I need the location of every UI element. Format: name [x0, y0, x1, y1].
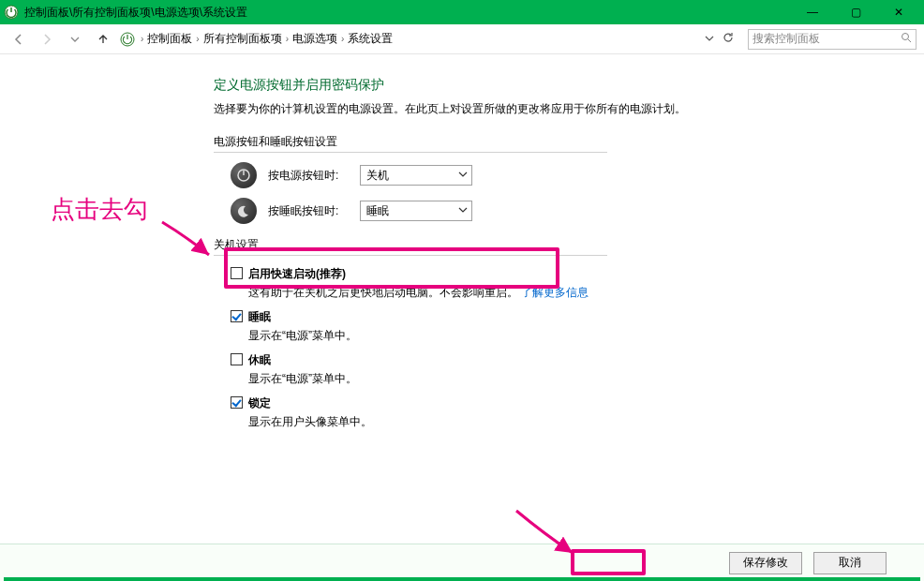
crumb-system-settings[interactable]: 系统设置 — [348, 31, 393, 47]
recent-locations-button[interactable] — [64, 28, 86, 51]
row-power-button: 按电源按钮时: 关机 — [231, 162, 924, 188]
footer-accent — [4, 577, 920, 581]
chevron-right-icon: › — [341, 34, 344, 44]
page-heading: 定义电源按钮并启用密码保护 — [214, 77, 924, 94]
back-button[interactable] — [7, 28, 30, 51]
chevron-down-icon — [458, 169, 468, 182]
chevron-right-icon: › — [196, 34, 199, 44]
checkbox[interactable] — [231, 353, 243, 365]
chevron-down-icon[interactable] — [705, 33, 714, 46]
sleep-icon — [231, 198, 257, 224]
crumb-control-panel[interactable]: 控制面板 — [147, 31, 192, 47]
row-sleep-button: 按睡眠按钮时: 睡眠 — [231, 198, 924, 224]
option-label: 锁定 — [248, 396, 271, 410]
select-value: 睡眠 — [366, 203, 389, 219]
content-area: 定义电源按钮并启用密码保护 选择要为你的计算机设置的电源设置。在此页上对设置所做… — [0, 54, 924, 430]
footer-bar: 保存修改 取消 — [0, 544, 924, 581]
sleep-button-label: 按睡眠按钮时: — [268, 203, 349, 219]
app-icon — [4, 5, 19, 20]
power-button-label: 按电源按钮时: — [268, 168, 349, 184]
address-controls — [705, 31, 735, 47]
maximize-button[interactable]: ▢ — [834, 0, 877, 24]
page-subtext: 选择要为你的计算机设置的电源设置。在此页上对设置所做的更改将应用于你所有的电源计… — [214, 101, 924, 117]
option-lock-desc: 显示在用户头像菜单中。 — [248, 414, 924, 430]
cancel-button[interactable]: 取消 — [813, 552, 887, 574]
annotation-arrow-2 — [512, 506, 587, 562]
annotation-arrow-1 — [157, 217, 223, 264]
option-sleep-desc: 显示在“电源”菜单中。 — [248, 328, 924, 344]
section-button-settings: 电源按钮和睡眠按钮设置 按电源按钮时: 关机 按睡眠按钮时: 睡眠 — [214, 134, 924, 224]
window-controls: — ▢ ✕ — [791, 0, 920, 24]
chevron-down-icon — [458, 204, 468, 217]
title-bar: 控制面板\所有控制面板项\电源选项\系统设置 — ▢ ✕ — [0, 0, 924, 24]
shutdown-options-list: 启用快速启动(推荐) 这有助于在关机之后更快地启动电脑。不会影响重启。 了解更多… — [231, 265, 924, 430]
nav-bar: › 控制面板 › 所有控制面板项 › 电源选项 › 系统设置 搜索控制面板 — [0, 24, 924, 54]
crumb-all-items[interactable]: 所有控制面板项 — [203, 31, 282, 47]
up-button[interactable] — [92, 28, 114, 51]
save-button[interactable]: 保存修改 — [729, 552, 802, 574]
option-hibernate[interactable]: 休眠 — [231, 351, 924, 369]
refresh-icon[interactable] — [722, 31, 735, 47]
option-hibernate-desc: 显示在“电源”菜单中。 — [248, 371, 924, 387]
checkbox[interactable] — [231, 396, 243, 409]
search-input[interactable]: 搜索控制面板 — [748, 29, 917, 50]
search-placeholder: 搜索控制面板 — [753, 31, 901, 47]
chevron-right-icon: › — [141, 34, 143, 44]
sleep-button-select[interactable]: 睡眠 — [360, 201, 472, 221]
minimize-button[interactable]: — — [791, 0, 834, 24]
chevron-right-icon: › — [286, 34, 289, 44]
crumb-power-options[interactable]: 电源选项 — [292, 31, 337, 47]
search-icon — [901, 32, 912, 46]
select-value: 关机 — [366, 168, 389, 184]
annotation-text: 点击去勾 — [51, 193, 148, 226]
breadcrumb[interactable]: › 控制面板 › 所有控制面板项 › 电源选项 › 系统设置 — [141, 31, 695, 47]
option-sleep[interactable]: 睡眠 — [231, 308, 924, 326]
option-label: 睡眠 — [248, 310, 271, 323]
power-button-select[interactable]: 关机 — [360, 165, 472, 186]
annotation-highlight-fast-startup — [224, 247, 559, 289]
option-lock[interactable]: 锁定 — [231, 395, 924, 412]
checkbox[interactable] — [231, 310, 243, 322]
option-label: 休眠 — [248, 353, 271, 366]
forward-button[interactable] — [36, 28, 58, 51]
location-icon — [120, 32, 135, 47]
section-title-buttons: 电源按钮和睡眠按钮设置 — [214, 134, 607, 153]
close-button[interactable]: ✕ — [877, 0, 920, 24]
window-title: 控制面板\所有控制面板项\电源选项\系统设置 — [24, 5, 791, 21]
power-icon — [231, 162, 257, 188]
svg-point-2 — [902, 34, 909, 40]
